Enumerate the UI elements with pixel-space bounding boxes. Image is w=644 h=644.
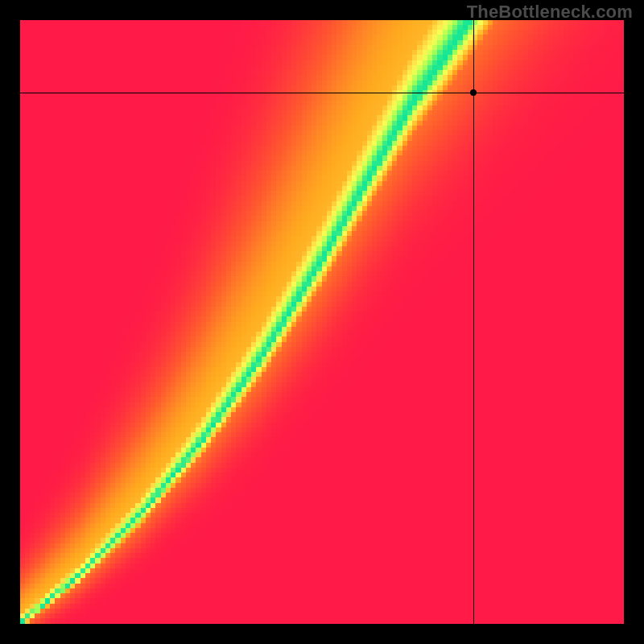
crosshair-horizontal xyxy=(20,93,624,93)
heatmap-plot xyxy=(20,20,624,624)
crosshair-vertical xyxy=(473,20,474,624)
watermark-text: TheBottleneck.com xyxy=(467,2,633,23)
crosshair-marker xyxy=(470,89,477,96)
heatmap-canvas xyxy=(20,20,624,624)
